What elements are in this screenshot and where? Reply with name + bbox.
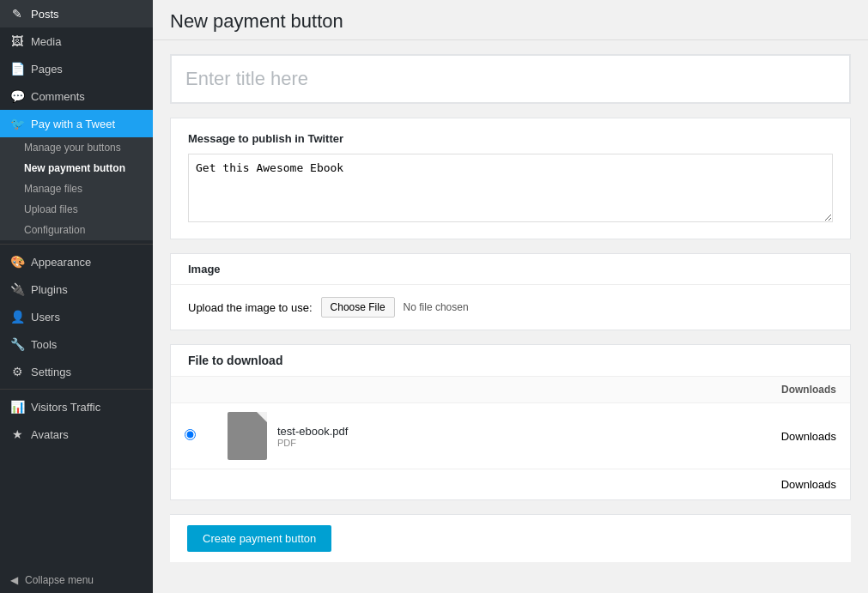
sidebar-item-label: Posts — [31, 8, 59, 21]
sidebar-item-label: Pages — [31, 63, 63, 76]
file-name: test-ebook.pdf — [277, 425, 348, 438]
sidebar-item-comments[interactable]: 💬 Comments — [0, 82, 153, 110]
sidebar-item-label: Media — [31, 35, 61, 48]
sidebar-item-label: Avatars — [31, 428, 69, 441]
sidebar-item-posts[interactable]: ✎ Posts — [0, 0, 153, 27]
title-input[interactable] — [171, 55, 850, 103]
col-file — [214, 377, 385, 403]
sidebar-item-visitors-traffic[interactable]: 📊 Visitors Traffic — [0, 393, 153, 421]
sidebar-item-label: Visitors Traffic — [31, 401, 100, 414]
sidebar-item-label: Plugins — [31, 283, 68, 296]
plugins-icon: 🔌 — [10, 282, 24, 296]
sidebar-divider-2 — [0, 389, 153, 390]
title-card — [170, 54, 851, 104]
pay-with-tweet-submenu: Manage your buttons New payment button M… — [0, 137, 153, 240]
table-header-row: Downloads — [171, 377, 850, 403]
sidebar-divider-1 — [0, 244, 153, 245]
collapse-label: Collapse menu — [25, 574, 94, 586]
content-area: Message to publish in Twitter Image Uplo… — [153, 40, 868, 576]
message-label: Message to publish in Twitter — [188, 132, 833, 145]
settings-icon: ⚙ — [10, 365, 24, 378]
choose-file-button[interactable]: Choose File — [321, 297, 395, 318]
message-textarea[interactable] — [188, 154, 833, 222]
appearance-icon: 🎨 — [10, 255, 24, 269]
sidebar-item-label: Tools — [31, 338, 57, 351]
sidebar-item-label: Appearance — [31, 256, 91, 269]
sidebar-item-tools[interactable]: 🔧 Tools — [0, 330, 153, 358]
sidebar: ✎ Posts 🖼 Media 📄 Pages 💬 Comments 🐦 Pay… — [0, 0, 153, 593]
file-section: File to download Downloads — [170, 344, 851, 500]
comments-icon: 💬 — [10, 89, 24, 103]
sidebar-item-label: Users — [31, 311, 60, 324]
file-icon-cell: test-ebook.pdf PDF — [214, 403, 385, 469]
no-file-label: No file chosen — [404, 301, 469, 313]
file-radio-cell — [171, 403, 214, 469]
twitter-icon: 🐦 — [10, 117, 24, 130]
file-table-body: test-ebook.pdf PDF Downloads Downlo — [171, 403, 850, 500]
sidebar-item-appearance[interactable]: 🎨 Appearance — [0, 248, 153, 275]
table-footer-row: Downloads — [171, 469, 850, 500]
col-select — [171, 377, 214, 403]
sidebar-sub-configuration[interactable]: Configuration — [0, 220, 153, 240]
sidebar-item-label: Comments — [31, 90, 85, 103]
sidebar-sub-manage-buttons[interactable]: Manage your buttons — [0, 137, 153, 158]
pages-icon: 📄 — [10, 62, 24, 76]
downloads-footer: Downloads — [781, 478, 836, 491]
downloads-value: Downloads — [781, 430, 836, 443]
file-table-header: Downloads — [171, 377, 850, 403]
message-card: Message to publish in Twitter — [170, 118, 851, 239]
sidebar-item-users[interactable]: 👤 Users — [0, 303, 153, 330]
image-body: Upload the image to use: Choose File No … — [171, 285, 850, 330]
footer-empty — [171, 469, 385, 500]
image-section: Image Upload the image to use: Choose Fi… — [170, 253, 851, 330]
message-card-inner: Message to publish in Twitter — [171, 118, 850, 239]
sidebar-item-settings[interactable]: ⚙ Settings — [0, 358, 153, 385]
file-radio[interactable] — [185, 429, 196, 440]
file-header: File to download — [171, 345, 850, 377]
sidebar-item-pages[interactable]: 📄 Pages — [0, 55, 153, 82]
file-type: PDF — [277, 438, 348, 448]
users-icon: 👤 — [10, 310, 24, 324]
table-row: test-ebook.pdf PDF Downloads — [171, 403, 850, 469]
pdf-icon — [228, 412, 267, 460]
sidebar-sub-manage-files[interactable]: Manage files — [0, 179, 153, 199]
upload-label: Upload the image to use: — [188, 301, 313, 314]
sidebar-sub-new-payment[interactable]: New payment button — [0, 158, 153, 179]
posts-icon: ✎ — [10, 7, 24, 21]
file-info: test-ebook.pdf PDF — [277, 425, 348, 448]
traffic-icon: 📊 — [10, 400, 24, 414]
collapse-icon: ◀ — [10, 574, 18, 586]
bottom-bar: Create payment button — [170, 514, 851, 562]
avatars-icon: ★ — [10, 427, 24, 441]
image-header: Image — [171, 254, 850, 285]
create-payment-button[interactable]: Create payment button — [187, 525, 331, 552]
footer-downloads: Downloads — [385, 469, 850, 500]
main-content: New payment button Message to publish in… — [153, 0, 868, 593]
page-title: New payment button — [170, 10, 851, 33]
sidebar-item-avatars[interactable]: ★ Avatars — [0, 421, 153, 448]
sidebar-item-label: Pay with a Tweet — [31, 118, 115, 130]
sidebar-sub-upload-files[interactable]: Upload files — [0, 199, 153, 220]
col-downloads: Downloads — [385, 377, 850, 403]
file-downloads-cell: Downloads — [385, 403, 850, 469]
image-label: Image — [188, 263, 221, 275]
media-icon: 🖼 — [10, 34, 24, 48]
tools-icon: 🔧 — [10, 337, 24, 351]
page-title-bar: New payment button — [153, 0, 868, 40]
sidebar-item-plugins[interactable]: 🔌 Plugins — [0, 275, 153, 303]
collapse-menu-button[interactable]: ◀ Collapse menu — [0, 567, 153, 593]
sidebar-item-media[interactable]: 🖼 Media — [0, 27, 153, 55]
sidebar-item-pay-with-tweet[interactable]: 🐦 Pay with a Tweet — [0, 110, 153, 137]
sidebar-item-label: Settings — [31, 366, 71, 378]
file-table: Downloads test-ebook.pdf — [171, 377, 850, 499]
